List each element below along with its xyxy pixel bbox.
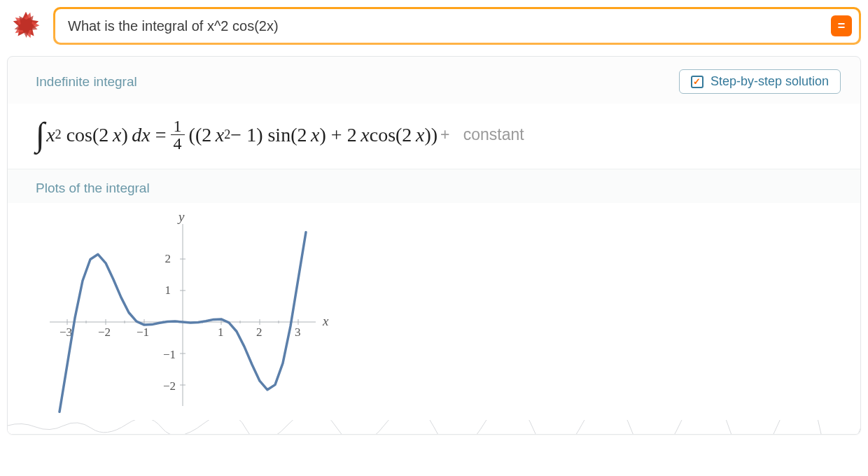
frac-num: 1 [171,118,185,135]
frac-den: 4 [171,135,185,152]
ytick-1: 1 [165,284,172,297]
step-button-label: Step-by-step solution [710,74,829,89]
section-header-plots: Plots of the integral [8,169,860,203]
f-cos-close: ) [121,124,127,146]
checkbox-icon: ✓ [691,76,704,88]
integral-icon: ∫ [36,121,45,148]
equals-icon: = [838,20,846,32]
f-d: d [132,124,141,146]
formula: ∫ x 2 cos(2 x ) d x = 1 4 ((2 x 2 − 1) s… [8,104,860,169]
section-title-integral: Indefinite integral [36,74,137,90]
ytick-m1: −1 [163,348,176,361]
plot-area: −3 −2 −1 1 2 3 1 2 −1 −2 x y [8,203,860,434]
f-rhs-pow: 2 [224,127,230,142]
torn-edge-decoration [8,420,861,435]
f-rhs-x2: x [311,124,319,146]
logo-icon [8,8,43,43]
f-rhs-x4: x [416,124,424,146]
f-cos: cos(2 [66,124,109,146]
f-pow1: 2 [55,127,62,142]
y-axis-label: y [177,210,185,224]
f-rhs-x3: x [360,124,369,146]
f-constant: constant [463,125,524,144]
f-rhs-m2: ) + 2 [320,124,357,146]
ytick-2: 2 [165,252,172,265]
xtick-3: 3 [295,326,301,339]
xtick-2: 2 [256,326,262,339]
f-plus: + [440,125,449,144]
f-cos-x: x [113,124,121,146]
x-axis-label: x [322,314,329,328]
header: = [0,0,868,52]
f-rhs-close: )) [424,124,438,146]
f-x1: x [46,124,55,146]
integral-plot: −3 −2 −1 1 2 3 1 2 −1 −2 x y [36,210,330,413]
search-bar: = [53,7,861,45]
xtick-m3: −3 [59,326,72,339]
results-card: Indefinite integral ✓ Step-by-step solut… [7,56,861,435]
f-eq: = [155,124,167,146]
xtick-m2: −2 [98,326,111,339]
f-rhs-open: ((2 [189,124,212,146]
search-input[interactable] [68,18,824,34]
step-by-step-button[interactable]: ✓ Step-by-step solution [679,69,841,94]
f-rhs-m3: cos(2 [370,124,412,146]
section-title-plots: Plots of the integral [36,181,832,196]
f-dx: x [141,124,150,146]
fraction: 1 4 [171,118,185,152]
xtick-m1: −1 [136,326,149,339]
f-rhs-x1: x [216,124,224,146]
xtick-1: 1 [218,326,224,339]
f-rhs-m1: − 1) sin(2 [230,124,307,146]
ytick-m2: −2 [163,379,176,393]
section-header-integral: Indefinite integral ✓ Step-by-step solut… [8,57,860,104]
submit-button[interactable]: = [831,15,852,36]
